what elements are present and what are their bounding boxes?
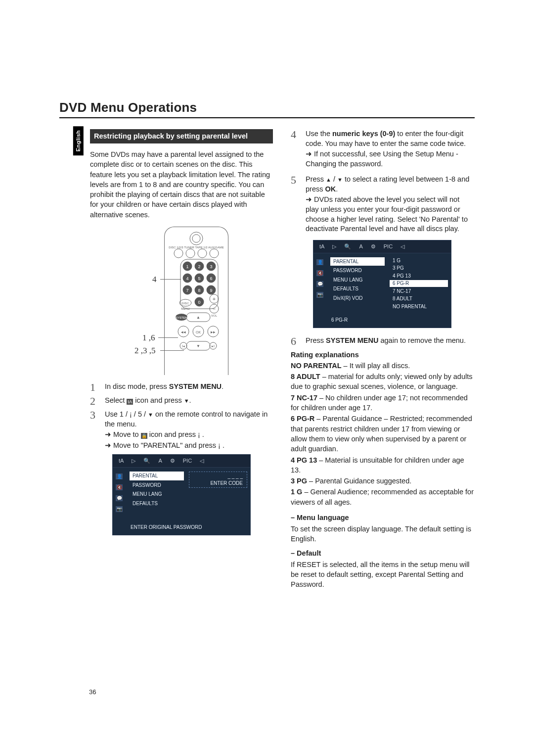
page-title: DVD Menu Operations [59, 99, 475, 116]
default-body: If RESET is selected, all the items in t… [291, 560, 474, 590]
svg-text:8: 8 [198, 288, 200, 293]
svg-text:SYSTEM: SYSTEM [176, 316, 188, 319]
svg-point-0 [190, 232, 203, 245]
step-2: 2 Select tA icon and press . [90, 396, 273, 407]
remote-illustration: 4 1 ,6 2 ,3 ,5 DISC 1/2/3 TUNER TAPE 1/2… [134, 227, 228, 375]
rating-explanations: Rating explanations NO PARENTAL – It wil… [291, 350, 474, 507]
right-column: 4 Use the numeric keys (0-9) to enter th… [291, 129, 474, 597]
osd-camera-icon: 📷 [116, 506, 123, 512]
svg-text:9: 9 [210, 288, 212, 293]
title-rule [59, 117, 475, 118]
svg-text:DISC 1/2/3   TUNER   TAPE 1/2 : DISC 1/2/3 TUNER TAPE 1/2 AUX/GAME [169, 246, 223, 249]
svg-text:4: 4 [186, 276, 188, 281]
steps-left: 1 In disc mode, press SYSTEM MENU. 2 Sel… [90, 382, 273, 451]
osd-rating-option: NO PARENTAL [390, 303, 448, 310]
svg-text:0: 0 [198, 300, 200, 305]
lock-icon: 🔒 [141, 433, 147, 439]
svg-text:7: 7 [186, 288, 188, 293]
osd-rating-option: 3 PG [390, 265, 448, 272]
svg-text:OK: OK [196, 331, 201, 334]
osd-rating-option: 8 ADULT [390, 295, 448, 302]
svg-point-3 [174, 249, 183, 258]
section-heading: Restricting playback by setting parental… [90, 129, 273, 143]
svg-point-5 [198, 249, 207, 258]
menu-language-body: To set the screen display language. The … [291, 524, 474, 544]
intro-paragraph: Some DVDs may have a parental level assi… [90, 149, 273, 220]
svg-text:VOL: VOL [211, 314, 218, 317]
osd-topbar: tA▷🔍A⚙PIC◁ [313, 240, 451, 253]
svg-text:DISC: DISC [182, 302, 189, 305]
osd-chat-icon: 💬 [116, 495, 123, 501]
manual-page: English DVD Menu Operations Restricting … [0, 0, 534, 756]
osd-person-icon: 👤 [116, 473, 123, 479]
step-6: 6 Press SYSTEM MENU again to remove the … [291, 336, 474, 347]
menu-language-heading: – Menu language [291, 513, 474, 523]
remote-svg: DISC 1/2/3 TUNER TAPE 1/2 AUX/GAME 1 2 3… [167, 230, 226, 375]
svg-point-6 [210, 249, 219, 258]
page-number: 36 [89, 688, 96, 697]
callout-1-6: 1 ,6 [142, 332, 155, 344]
svg-text:2: 2 [198, 264, 200, 269]
svg-text:5: 5 [198, 276, 200, 281]
osd-enter-password: tA▷🔍A⚙PIC◁ 👤🔇💬📷 PARENTAL PASSWORD MENU L… [112, 454, 251, 535]
osd-rating-option: 7 NC-17 [390, 288, 448, 295]
svg-text:1: 1 [186, 264, 188, 269]
svg-text:▼: ▼ [196, 344, 200, 348]
osd-rating-option: 1 G [390, 257, 448, 264]
callout-4: 4 [152, 274, 157, 285]
osd-speaker-icon: 🔇 [116, 484, 123, 490]
svg-text:◂◂: ◂◂ [181, 330, 186, 334]
svg-text:3: 3 [210, 264, 212, 269]
osd-rating-option: 6 PG-R [390, 280, 448, 287]
osd-topbar: tA▷🔍A⚙PIC◁ [113, 455, 250, 468]
down-arrow-icon [184, 396, 189, 404]
step-3: 3 Use 1 / ¡ / 5 / on the remote control … [90, 410, 273, 451]
step-5: 5 Press / to select a rating level betwe… [291, 175, 474, 235]
svg-text:6: 6 [210, 276, 212, 281]
svg-text:+: + [213, 296, 216, 302]
svg-text:▲: ▲ [196, 315, 200, 320]
language-tab: English [73, 126, 84, 155]
svg-text:▸I: ▸I [212, 344, 215, 348]
svg-point-1 [192, 235, 200, 242]
svg-point-4 [186, 249, 195, 258]
default-heading: – Default [291, 549, 474, 559]
callout-2-3-5: 2 ,3 ,5 [134, 345, 156, 357]
svg-text:I◂: I◂ [182, 344, 185, 348]
step-1: 1 In disc mode, press SYSTEM MENU. [90, 382, 273, 393]
osd-rating-select: tA▷🔍A⚙PIC◁ 👤🔇💬📷 PARENTAL PASSWORD MENU L… [313, 240, 451, 328]
left-column: Restricting playback by setting parental… [90, 129, 273, 597]
steps-right-upper: 4 Use the numeric keys (0-9) to enter th… [291, 129, 474, 235]
step-4: 4 Use the numeric keys (0-9) to enter th… [291, 129, 474, 170]
osd-rating-option: 4 PG 13 [390, 273, 448, 280]
person-icon: tA [127, 399, 133, 405]
svg-text:▸▸: ▸▸ [211, 330, 216, 334]
